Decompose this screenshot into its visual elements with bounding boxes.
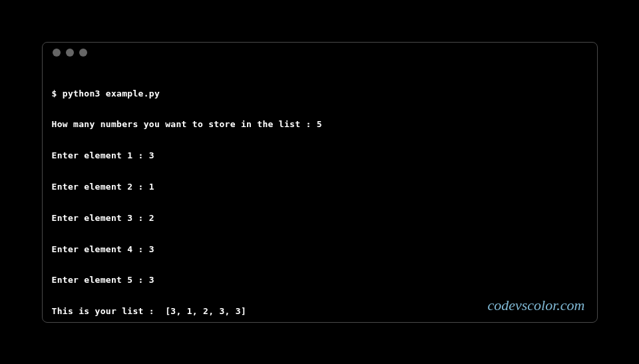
terminal-line: Enter element 4 : 3 bbox=[52, 244, 588, 255]
terminal-line: Enter element 3 : 2 bbox=[52, 213, 588, 224]
title-bar bbox=[43, 43, 597, 63]
terminal-line: Enter element 2 : 1 bbox=[52, 182, 588, 192]
terminal-line: $ python3 example.py bbox=[52, 89, 588, 99]
minimize-button[interactable] bbox=[66, 49, 74, 57]
maximize-button[interactable] bbox=[79, 49, 87, 57]
terminal-line: Enter element 5 : 3 bbox=[52, 275, 588, 285]
terminal-line: Enter element 1 : 3 bbox=[52, 150, 588, 161]
terminal-line: How many numbers you want to store in th… bbox=[52, 119, 588, 130]
terminal-content[interactable]: $ python3 example.py How many numbers yo… bbox=[43, 63, 597, 323]
close-button[interactable] bbox=[53, 49, 61, 57]
terminal-window: $ python3 example.py How many numbers yo… bbox=[42, 42, 598, 323]
watermark: codevscolor.com bbox=[487, 297, 584, 314]
